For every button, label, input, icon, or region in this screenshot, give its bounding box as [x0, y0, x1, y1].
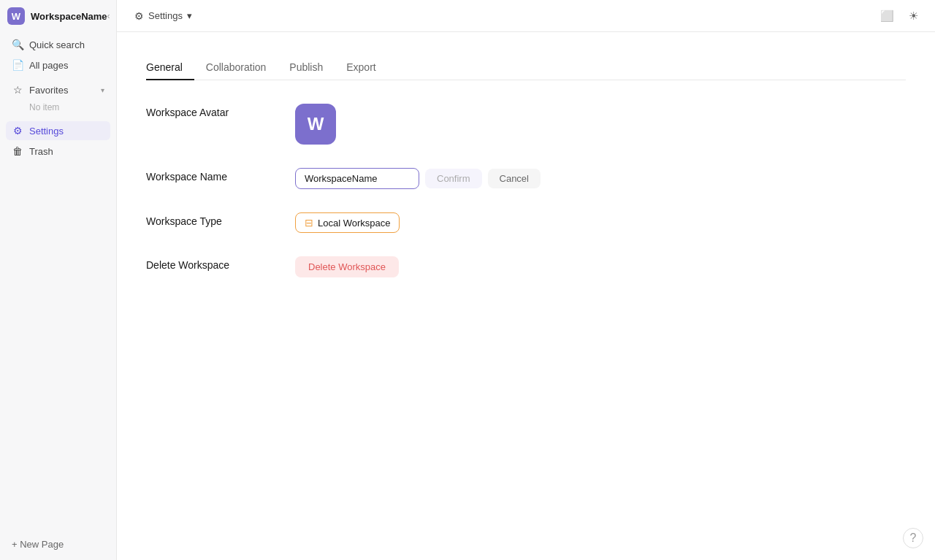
collapse-sidebar-button[interactable]: ‹ — [107, 9, 110, 23]
cancel-button[interactable]: Cancel — [488, 169, 541, 188]
sidebar-item-all-pages[interactable]: 📄 All pages — [6, 55, 110, 74]
tab-publish[interactable]: Publish — [278, 55, 335, 80]
new-page-label: + New Page — [12, 539, 64, 550]
topbar: ⚙ Settings ▾ ⬜ ☀ — [117, 0, 935, 32]
help-button[interactable]: ? — [903, 528, 923, 548]
name-value: Confirm Cancel — [295, 168, 541, 189]
workspace-name-row[interactable]: W WorkspaceName — [7, 7, 107, 25]
main-content: ⚙ Settings ▾ ⬜ ☀ General Collaboration P… — [117, 0, 935, 560]
workspace-title-label: WorkspaceName — [31, 11, 107, 22]
settings-chevron-icon: ▾ — [187, 10, 192, 21]
settings-tabs: General Collaboration Publish Export — [146, 55, 906, 80]
workspace-name-input[interactable] — [295, 168, 419, 189]
name-row: Workspace Name Confirm Cancel — [146, 168, 906, 189]
favorites-chevron-icon: ▾ — [101, 86, 104, 94]
tab-general[interactable]: General — [146, 55, 194, 80]
view-toggle-button[interactable]: ⬜ — [877, 6, 897, 26]
settings-dropdown-button[interactable]: ⚙ Settings ▾ — [129, 7, 198, 25]
confirm-button[interactable]: Confirm — [425, 169, 482, 188]
type-row: Workspace Type ⊟ Local Workspace — [146, 212, 906, 233]
tab-export[interactable]: Export — [335, 55, 387, 80]
favorites-empty-label: No item — [6, 99, 110, 115]
workspace-avatar-small: W — [7, 7, 25, 25]
workspace-avatar-large[interactable]: W — [295, 104, 336, 145]
sidebar-bottom: + New Page — [0, 529, 116, 560]
type-value: ⊟ Local Workspace — [295, 212, 400, 233]
theme-toggle-button[interactable]: ☀ — [903, 6, 923, 26]
type-label: Workspace Type — [146, 212, 278, 227]
search-icon: 🔍 — [12, 39, 23, 50]
sidebar: W WorkspaceName ‹ 🔍 Quick search 📄 All p… — [0, 0, 117, 560]
favorites-header[interactable]: ☆ Favorites ▾ — [6, 80, 110, 99]
sidebar-header: W WorkspaceName ‹ — [0, 0, 116, 32]
sidebar-item-quick-search[interactable]: 🔍 Quick search — [6, 35, 110, 54]
topbar-right: ⬜ ☀ — [877, 6, 923, 26]
new-page-button[interactable]: + New Page — [6, 534, 110, 554]
sidebar-item-settings[interactable]: ⚙ Settings — [6, 121, 110, 140]
delete-label: Delete Workspace — [146, 256, 278, 271]
settings-gear-icon: ⚙ — [134, 10, 144, 22]
name-label: Workspace Name — [146, 168, 278, 183]
trash-icon: 🗑 — [12, 145, 23, 157]
workspace-type-badge: ⊟ Local Workspace — [295, 212, 400, 233]
delete-workspace-button[interactable]: Delete Workspace — [295, 256, 399, 277]
delete-row: Delete Workspace Delete Workspace — [146, 256, 906, 277]
local-workspace-icon: ⊟ — [305, 217, 313, 229]
favorites-section: ☆ Favorites ▾ No item — [0, 77, 116, 118]
avatar-row: Workspace Avatar W — [146, 104, 906, 145]
tab-collaboration[interactable]: Collaboration — [194, 55, 278, 80]
settings-content: General Collaboration Publish Export Wor… — [117, 32, 935, 560]
settings-icon: ⚙ — [12, 125, 23, 137]
delete-value: Delete Workspace — [295, 256, 399, 277]
sidebar-item-trash[interactable]: 🗑 Trash — [6, 142, 110, 161]
settings-label: Settings — [148, 10, 183, 21]
pages-icon: 📄 — [12, 59, 23, 71]
avatar-label: Workspace Avatar — [146, 104, 278, 118]
sidebar-bottom-nav: ⚙ Settings 🗑 Trash — [0, 118, 116, 164]
favorites-icon: ☆ — [12, 84, 23, 96]
avatar-value: W — [295, 104, 336, 145]
sidebar-nav: 🔍 Quick search 📄 All pages — [0, 32, 116, 77]
